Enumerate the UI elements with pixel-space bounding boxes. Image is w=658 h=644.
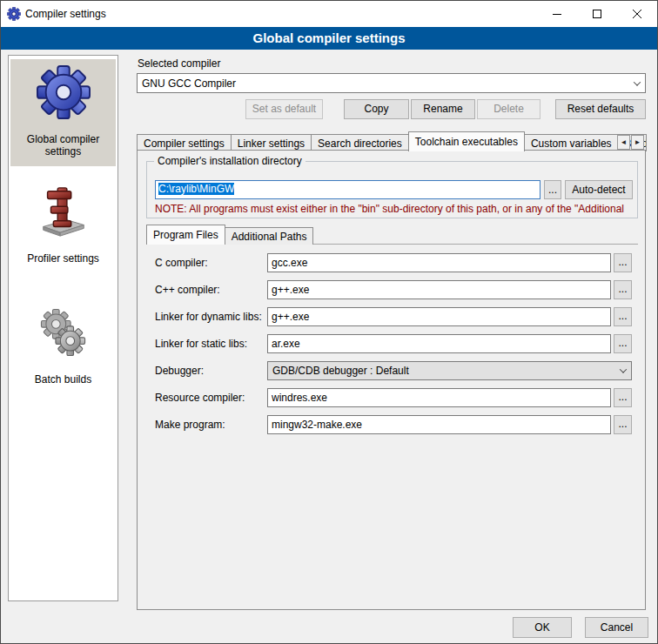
bin-subdirectory-note: NOTE: All programs must exist either in … — [155, 203, 632, 215]
resource-compiler-row: Resource compiler: ... — [138, 388, 647, 407]
make-program-row: Make program: ... — [138, 415, 647, 434]
sidebar-item-global-compiler-settings[interactable]: Global compiler settings — [10, 59, 116, 166]
browse-c-compiler-button[interactable]: ... — [614, 253, 632, 272]
batch-builds-gears-icon — [37, 351, 91, 363]
installation-directory-input[interactable]: C:\raylib\MinGW — [155, 180, 540, 199]
tab-linker-settings[interactable]: Linker settings — [231, 134, 312, 151]
close-button[interactable] — [617, 1, 657, 27]
debugger-select-value: GDB/CDB debugger : Default — [272, 365, 409, 377]
browse-cpp-compiler-button[interactable]: ... — [614, 280, 632, 299]
ok-button[interactable]: OK — [513, 617, 572, 638]
field-label: C compiler: — [155, 253, 208, 272]
static-linker-row: Linker for static libs: ... — [138, 334, 647, 353]
dynamic-linker-row: Linker for dynamic libs: ... — [138, 307, 647, 326]
toolchain-executables-panel: Compiler's installation directory C:\ray… — [137, 150, 646, 610]
cancel-button[interactable]: Cancel — [585, 617, 648, 638]
chevron-down-icon — [629, 81, 645, 86]
settings-tab-bar: Compiler settings Linker settings Search… — [137, 131, 646, 151]
tab-scroll-left-button[interactable]: ◄ — [617, 135, 630, 150]
selected-compiler-label: Selected compiler — [138, 57, 220, 70]
debugger-row: Debugger: GDB/CDB debugger : Default — [138, 361, 647, 380]
field-label: Linker for static libs: — [155, 334, 247, 353]
debugger-select[interactable]: GDB/CDB debugger : Default — [267, 361, 632, 380]
sidebar-item-label: Global compiler settings — [12, 133, 114, 158]
sidebar-item-batch-builds[interactable]: Batch builds — [10, 299, 116, 394]
browse-resource-compiler-button[interactable]: ... — [614, 388, 632, 407]
sidebar-item-label: Profiler settings — [12, 252, 114, 265]
tab-program-files[interactable]: Program Files — [146, 225, 225, 245]
program-files-tab-bar: Program Files Additional Paths — [146, 225, 638, 245]
tab-scroll-right-button[interactable]: ► — [631, 135, 644, 150]
c-compiler-input[interactable] — [267, 253, 611, 272]
dynamic-linker-input[interactable] — [267, 307, 611, 326]
cpp-compiler-input[interactable] — [267, 280, 611, 299]
chevron-down-icon — [615, 368, 631, 373]
browse-make-program-button[interactable]: ... — [614, 415, 632, 434]
set-as-default-button[interactable]: Set as default — [245, 99, 323, 119]
c-compiler-row: C compiler: ... — [138, 253, 647, 272]
resource-compiler-input[interactable] — [267, 388, 611, 407]
minimize-icon — [553, 10, 561, 18]
sidebar-item-label: Batch builds — [12, 373, 114, 386]
field-label: Linker for dynamic libs: — [155, 307, 262, 326]
cpp-compiler-row: C++ compiler: ... — [138, 280, 647, 299]
maximize-icon — [593, 10, 601, 18]
browse-static-linker-button[interactable]: ... — [614, 334, 632, 353]
copy-button[interactable]: Copy — [344, 99, 409, 119]
browse-directory-button[interactable]: ... — [544, 180, 561, 199]
tab-compiler-settings[interactable]: Compiler settings — [137, 134, 232, 151]
installation-directory-group: Compiler's installation directory C:\ray… — [146, 161, 638, 218]
settings-category-list: Global compiler settings Profiler settin… — [8, 55, 118, 601]
browse-dynamic-linker-button[interactable]: ... — [614, 307, 632, 326]
profiler-tool-icon — [37, 230, 91, 242]
delete-button[interactable]: Delete — [477, 99, 540, 119]
tab-toolchain-executables[interactable]: Toolchain executables — [408, 131, 525, 151]
window-title: Compiler settings — [25, 8, 106, 20]
rename-button[interactable]: Rename — [411, 99, 475, 119]
page-title: Global compiler settings — [1, 27, 657, 50]
make-program-input[interactable] — [267, 415, 611, 434]
global-compiler-gear-icon — [37, 111, 91, 123]
close-icon — [633, 10, 641, 18]
tab-search-directories[interactable]: Search directories — [311, 134, 409, 151]
sidebar-item-profiler-settings[interactable]: Profiler settings — [10, 178, 116, 273]
tab-custom-variables[interactable]: Custom variables — [524, 134, 619, 151]
tab-additional-paths[interactable]: Additional Paths — [225, 227, 314, 245]
app-gear-icon — [7, 7, 21, 21]
title-bar[interactable]: Compiler settings — [1, 1, 657, 27]
static-linker-input[interactable] — [267, 334, 611, 353]
installation-directory-value: C:\raylib\MinGW — [158, 183, 234, 195]
field-label: Make program: — [155, 415, 225, 434]
window-controls — [537, 1, 657, 27]
selected-compiler-value: GNU GCC Compiler — [142, 77, 236, 90]
field-label: C++ compiler: — [155, 280, 220, 299]
installation-directory-group-title: Compiler's installation directory — [154, 155, 306, 167]
auto-detect-button[interactable]: Auto-detect — [565, 180, 633, 199]
reset-defaults-button[interactable]: Reset defaults — [555, 99, 646, 119]
minimize-button[interactable] — [537, 1, 577, 27]
maximize-button[interactable] — [577, 1, 617, 27]
compiler-settings-dialog: Compiler settings Global compiler settin… — [0, 0, 658, 644]
field-label: Resource compiler: — [155, 388, 245, 407]
selected-compiler-dropdown[interactable]: GNU GCC Compiler — [137, 73, 646, 93]
field-label: Debugger: — [155, 361, 204, 380]
tab-scroll-controls: ◄ ► — [616, 135, 644, 150]
